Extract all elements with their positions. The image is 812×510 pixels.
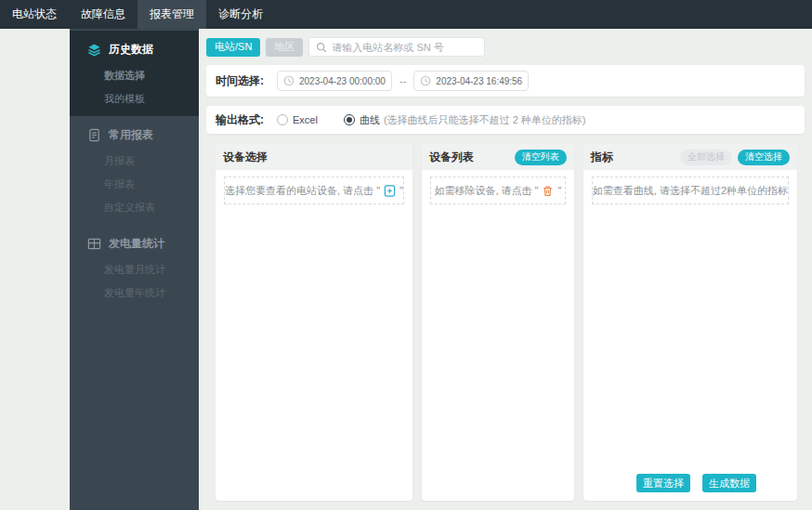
select-all-metrics-button[interactable]: 全部选择 — [680, 150, 732, 165]
sidebar-item-my-templates[interactable]: 我的模板 — [70, 87, 199, 111]
device-select-hint-box: 选择您要查看的电站设备, 请点击 " " — [224, 177, 404, 204]
grid-icon — [87, 237, 101, 251]
device-list-panel-header: 设备列表 清空列表 — [422, 144, 574, 170]
sidebar-item-monthly-report[interactable]: 月报表 — [70, 150, 199, 173]
curve-radio-label[interactable]: 曲线 — [360, 113, 380, 127]
metrics-hint-text: 如需查看曲线, 请选择不超过2种单位的指标 — [593, 184, 788, 198]
clear-metrics-button[interactable]: 清空选择 — [738, 150, 790, 165]
sidebar: 历史数据 数据选择 我的模板 常用报表 月报表 年报表 自定义报表 发电量统计 — [70, 29, 199, 510]
sidebar-section-common-reports: 常用报表 月报表 年报表 自定义报表 — [70, 116, 199, 225]
excel-radio-label[interactable]: Excel — [293, 114, 318, 125]
device-select-hint-prefix: 选择您要查看的电站设备, 请点击 " — [225, 184, 380, 198]
time-select-card: 时间选择: 2023-04-23 00:00:00 -- 2023-04-23 … — [206, 65, 805, 97]
metrics-panel: 指标 全部选择 清空选择 如需查看曲线, 请选择不超过2种单位的指标 重置选择 … — [583, 144, 797, 501]
sidebar-item-yearly-generation[interactable]: 发电量年统计 — [70, 281, 199, 305]
filter-bar: 电站/SN 地区 — [199, 29, 812, 65]
generate-data-button[interactable]: 生成数据 — [702, 474, 756, 492]
sidebar-header-generation-stats[interactable]: 发电量统计 — [70, 229, 199, 258]
nav-tab-station-status[interactable]: 电站状态 — [0, 0, 69, 29]
nav-tab-diagnosis[interactable]: 诊断分析 — [206, 0, 275, 29]
metrics-hint-box: 如需查看曲线, 请选择不超过2种单位的指标 — [592, 177, 789, 204]
sidebar-header-history-data[interactable]: 历史数据 — [70, 34, 199, 64]
layers-icon — [87, 43, 101, 57]
curve-radio[interactable] — [344, 114, 355, 125]
add-device-icon — [384, 185, 396, 197]
station-sn-filter-button[interactable]: 电站/SN — [206, 38, 260, 57]
main-content: 电站/SN 地区 时间选择: 2023-04-23 00:00:00 -- — [199, 29, 812, 510]
sidebar-header-label: 历史数据 — [109, 42, 153, 58]
reset-selection-button[interactable]: 重置选择 — [636, 474, 690, 492]
panel-actions: 重置选择 生成数据 — [636, 474, 756, 492]
start-time-value: 2023-04-23 00:00:00 — [299, 76, 386, 86]
device-list-panel-title: 设备列表 — [429, 150, 474, 165]
nav-tab-fault-info[interactable]: 故障信息 — [69, 0, 138, 29]
sidebar-header-label: 常用报表 — [109, 127, 153, 143]
metrics-panel-title: 指标 — [591, 150, 613, 165]
device-list-panel: 设备列表 清空列表 如需移除设备, 请点击 " " — [422, 144, 574, 501]
clock-icon — [420, 75, 431, 86]
device-select-panel-header: 设备选择 — [216, 144, 413, 170]
search-icon — [316, 42, 327, 53]
end-time-value: 2023-04-23 16:49:56 — [436, 76, 522, 86]
curve-option-note: (选择曲线后只能选择不超过 2 种单位的指标) — [384, 113, 586, 127]
device-select-hint-suffix: " — [399, 185, 403, 196]
excel-radio[interactable] — [277, 114, 288, 125]
sidebar-item-yearly-report[interactable]: 年报表 — [70, 173, 199, 196]
search-input[interactable] — [332, 42, 478, 53]
report-icon — [87, 128, 101, 142]
trash-icon — [542, 185, 554, 197]
end-time-input[interactable]: 2023-04-23 16:49:56 — [413, 71, 529, 91]
nav-tab-report-management[interactable]: 报表管理 — [138, 0, 206, 29]
left-gutter — [0, 29, 70, 510]
device-list-hint-prefix: 如需移除设备, 请点击 " — [434, 184, 538, 198]
device-select-panel-title: 设备选择 — [223, 150, 268, 165]
time-range-separator: -- — [399, 75, 406, 86]
sidebar-section-history-data: 历史数据 数据选择 我的模板 — [70, 31, 199, 116]
device-list-hint-box: 如需移除设备, 请点击 " " — [430, 177, 566, 204]
sidebar-header-common-reports[interactable]: 常用报表 — [70, 120, 199, 150]
sidebar-header-label: 发电量统计 — [109, 236, 164, 252]
metrics-panel-header: 指标 全部选择 清空选择 — [583, 144, 797, 170]
panels-row: 设备选择 选择您要查看的电站设备, 请点击 " " 设备列表 清空列表 如需移 — [216, 144, 797, 501]
output-format-card: 输出格式: Excel 曲线 (选择曲线后只能选择不超过 2 种单位的指标) — [206, 106, 805, 134]
clock-icon — [283, 75, 295, 86]
sidebar-item-monthly-generation[interactable]: 发电量月统计 — [70, 258, 199, 281]
time-select-label: 时间选择: — [216, 73, 264, 89]
start-time-input[interactable]: 2023-04-23 00:00:00 — [277, 71, 392, 91]
top-nav: 电站状态 故障信息 报表管理 诊断分析 — [0, 0, 812, 29]
clear-device-list-button[interactable]: 清空列表 — [515, 150, 567, 165]
output-format-label: 输出格式: — [216, 112, 264, 128]
sidebar-section-generation-stats: 发电量统计 发电量月统计 发电量年统计 — [70, 225, 199, 310]
device-select-panel: 设备选择 选择您要查看的电站设备, 请点击 " " — [216, 144, 413, 501]
search-box — [308, 37, 485, 57]
sidebar-item-data-select[interactable]: 数据选择 — [70, 64, 199, 87]
region-filter-button[interactable]: 地区 — [266, 38, 303, 57]
device-list-hint-suffix: " — [557, 185, 561, 196]
sidebar-item-custom-report[interactable]: 自定义报表 — [70, 196, 199, 219]
